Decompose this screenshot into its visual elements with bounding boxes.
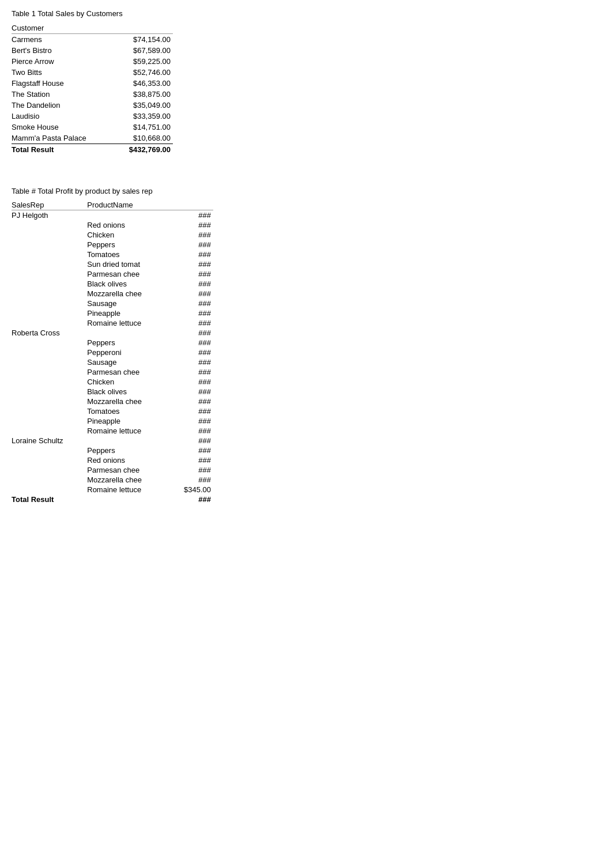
table-row: Bert's Bistro $67,589.00 <box>12 45 173 56</box>
product-name: Peppers <box>87 446 175 455</box>
product-rep-blank <box>12 250 87 259</box>
rep-row: Roberta Cross ### <box>12 328 213 338</box>
customer-name: Carmens <box>12 34 115 46</box>
product-rep-blank <box>12 387 87 397</box>
product-rep-blank <box>12 259 87 269</box>
table-row: Laudisio $33,359.00 <box>12 111 173 122</box>
rep-name: Roberta Cross <box>12 328 87 338</box>
table1-col1-header: Customer <box>12 22 115 34</box>
table-row: Carmens $74,154.00 <box>12 34 173 46</box>
rep-product-blank <box>87 210 175 221</box>
customer-name: Pierce Arrow <box>12 56 115 67</box>
table2-col2-header: ProductName <box>87 200 175 210</box>
table2-header-row: SalesRep ProductName <box>12 200 213 210</box>
table-row: Mamm'a Pasta Palace $10,668.00 <box>12 133 173 144</box>
rep-product-blank <box>87 328 175 338</box>
table-row: Two Bitts $52,746.00 <box>12 67 173 78</box>
product-name: Tomatoes <box>87 406 175 416</box>
product-row: Mozzarella chee ### <box>12 475 213 485</box>
table1-title: Table 1 Total Sales by Customers <box>12 9 600 18</box>
product-row: Pineapple ### <box>12 308 213 318</box>
rep-name: PJ Helgoth <box>12 210 87 221</box>
product-name: Black olives <box>87 279 175 289</box>
product-rep-blank <box>12 318 87 328</box>
customer-name: Mamm'a Pasta Palace <box>12 133 115 144</box>
product-rep-blank <box>12 269 87 279</box>
product-value: ### <box>175 289 213 299</box>
product-row: Red onions ### <box>12 455 213 465</box>
product-rep-blank <box>12 348 87 357</box>
product-value: ### <box>175 406 213 416</box>
product-value: ### <box>175 279 213 289</box>
product-row: Romaine lettuce ### <box>12 426 213 436</box>
table2-total-label: Total Result <box>12 495 87 504</box>
customer-name: The Station <box>12 89 115 100</box>
customer-name: Smoke House <box>12 122 115 133</box>
rep-row: Loraine Schultz ### <box>12 436 213 446</box>
product-value: ### <box>175 318 213 328</box>
product-value: ### <box>175 475 213 485</box>
product-value: ### <box>175 446 213 455</box>
table2-body: PJ Helgoth ### Red onions ### Chicken ##… <box>12 210 213 495</box>
product-value: ### <box>175 220 213 230</box>
table1-body: Carmens $74,154.00 Bert's Bistro $67,589… <box>12 34 173 144</box>
product-rep-blank <box>12 397 87 406</box>
table-row: Pierce Arrow $59,225.00 <box>12 56 173 67</box>
product-name: Sausage <box>87 299 175 308</box>
product-row: Peppers ### <box>12 240 213 250</box>
product-name: Sun dried tomat <box>87 259 175 269</box>
table2-total-row: Total Result ### <box>12 495 213 504</box>
product-value: ### <box>175 259 213 269</box>
product-value: ### <box>175 240 213 250</box>
product-name: Black olives <box>87 387 175 397</box>
product-name: Peppers <box>87 338 175 348</box>
product-rep-blank <box>12 299 87 308</box>
customer-amount: $38,875.00 <box>115 89 173 100</box>
table-row: Flagstaff House $46,353.00 <box>12 78 173 89</box>
product-value: ### <box>175 308 213 318</box>
table2-total-value: ### <box>175 495 213 504</box>
product-name: Tomatoes <box>87 250 175 259</box>
product-value: ### <box>175 299 213 308</box>
product-rep-blank <box>12 357 87 367</box>
product-row: Black olives ### <box>12 279 213 289</box>
product-name: Pineapple <box>87 308 175 318</box>
product-row: Pepperoni ### <box>12 348 213 357</box>
table1-total-amount: $432,769.00 <box>115 144 173 156</box>
customer-amount: $46,353.00 <box>115 78 173 89</box>
table2-title: Table # Total Profit by product by sales… <box>12 187 600 195</box>
product-rep-blank <box>12 240 87 250</box>
product-rep-blank <box>12 279 87 289</box>
product-row: Sausage ### <box>12 357 213 367</box>
product-name: Romaine lettuce <box>87 485 175 495</box>
customer-amount: $67,589.00 <box>115 45 173 56</box>
product-value: ### <box>175 387 213 397</box>
customer-amount: $35,049.00 <box>115 100 173 111</box>
customer-amount: $59,225.00 <box>115 56 173 67</box>
product-rep-blank <box>12 367 87 377</box>
product-row: Red onions ### <box>12 220 213 230</box>
customer-amount: $10,668.00 <box>115 133 173 144</box>
table-row: The Dandelion $35,049.00 <box>12 100 173 111</box>
product-row: Sun dried tomat ### <box>12 259 213 269</box>
product-rep-blank <box>12 475 87 485</box>
product-name: Red onions <box>87 220 175 230</box>
product-rep-blank <box>12 289 87 299</box>
table2: SalesRep ProductName PJ Helgoth ### Red … <box>12 200 213 504</box>
table1-header-row: Customer <box>12 22 173 34</box>
product-name: Parmesan chee <box>87 465 175 475</box>
product-name: Chicken <box>87 230 175 240</box>
product-row: Tomatoes ### <box>12 250 213 259</box>
product-rep-blank <box>12 338 87 348</box>
customer-amount: $74,154.00 <box>115 34 173 46</box>
customer-amount: $33,359.00 <box>115 111 173 122</box>
product-row: Parmesan chee ### <box>12 367 213 377</box>
product-value: ### <box>175 367 213 377</box>
product-name: Parmesan chee <box>87 367 175 377</box>
table2-col3-header <box>175 200 213 210</box>
product-row: Mozzarella chee ### <box>12 289 213 299</box>
product-value: ### <box>175 455 213 465</box>
table2-col1-header: SalesRep <box>12 200 87 210</box>
table2-total-col2 <box>87 495 175 504</box>
table2-section: Table # Total Profit by product by sales… <box>12 187 600 504</box>
